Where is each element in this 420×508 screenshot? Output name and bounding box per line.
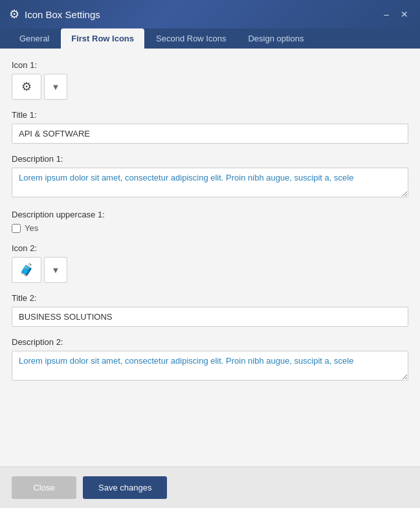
icon1-picker[interactable]: ⚙ [12,74,41,100]
tab-bar: General First Row Icons Second Row Icons… [0,28,420,49]
footer: Close Save changes [0,467,420,508]
icon1-group: Icon 1: ⚙ ▼ [12,60,408,100]
close-button[interactable]: Close [12,476,76,499]
tab-second-row-icons[interactable]: Second Row Icons [146,28,236,49]
tab-design-options[interactable]: Design options [238,28,314,49]
save-button[interactable]: Save changes [83,476,167,499]
desc1-group: Description 1: Lorem ipsum dolor sit ame… [12,154,408,199]
icon1-dropdown-arrow: ▼ [52,82,60,92]
close-window-button[interactable]: ✕ [398,8,411,20]
checkbox-yes-label: Yes [25,223,38,233]
tab-first-row-icons[interactable]: First Row Icons [61,28,144,49]
title-bar: ⚙ Icon Box Settings – ✕ [0,0,420,28]
desc-uppercase1-checkbox[interactable] [12,224,21,233]
icon1-dropdown-btn[interactable]: ▼ [44,74,67,100]
desc2-group: Description 2: Lorem ipsum dolor sit ame… [12,337,408,382]
desc-uppercase1-checkbox-group: Yes [12,223,408,233]
title2-group: Title 2: [12,293,408,327]
icon2-dropdown-btn[interactable]: ▼ [44,257,67,283]
desc-uppercase1-group: Description uppercase 1: Yes [12,210,408,233]
title1-input[interactable] [12,124,408,144]
title2-input[interactable] [12,307,408,327]
minimize-button[interactable]: – [381,8,392,20]
title-bar-controls: – ✕ [381,8,411,20]
icon2-selector: 🧳 ▼ [12,257,408,283]
desc-uppercase1-label: Description uppercase 1: [12,210,408,219]
title1-group: Title 1: [12,110,408,144]
title-bar-left: ⚙ Icon Box Settings [9,7,100,21]
icon2-picker[interactable]: 🧳 [12,257,41,283]
tab-general[interactable]: General [9,28,60,49]
icon1-selector: ⚙ ▼ [12,74,408,100]
settings-icon: ⚙ [9,7,19,21]
modal-container: ⚙ Icon Box Settings – ✕ General First Ro… [0,0,420,508]
desc2-label: Description 2: [12,337,408,347]
icon2-group: Icon 2: 🧳 ▼ [12,243,408,283]
icon1-label: Icon 1: [12,60,408,70]
title1-label: Title 1: [12,110,408,120]
desc1-textarea[interactable]: Lorem ipsum dolor sit amet, consectetur … [12,168,408,197]
modal-title: Icon Box Settings [25,9,100,20]
title2-label: Title 2: [12,293,408,303]
icon2-dropdown-arrow: ▼ [52,265,60,275]
desc1-label: Description 1: [12,154,408,164]
content-area: Icon 1: ⚙ ▼ Title 1: Description 1: Lore… [0,49,420,467]
desc2-textarea[interactable]: Lorem ipsum dolor sit amet, consectetur … [12,351,408,381]
icon2-label: Icon 2: [12,243,408,253]
